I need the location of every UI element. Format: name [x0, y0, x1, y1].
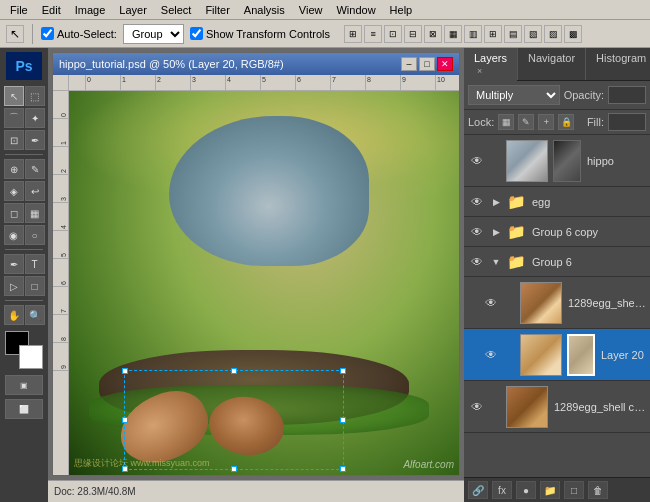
dist4-icon[interactable]: ▧ [524, 25, 542, 43]
path-select-tool[interactable]: ▷ [4, 276, 24, 296]
align-right-icon[interactable]: ⊡ [384, 25, 402, 43]
dist5-icon[interactable]: ▨ [544, 25, 562, 43]
canvas-area: hippo_tutorial.psd @ 50% (Layer 20, RGB/… [48, 48, 464, 502]
hand-tool[interactable]: ✋ [4, 305, 24, 325]
ruler-tick-v: 5 [53, 231, 68, 259]
menu-layer[interactable]: Layer [113, 2, 153, 18]
layer-item-egg[interactable]: 👁 ▶ 📁 egg [464, 187, 650, 217]
screen-mode-btn[interactable]: ⬜ [5, 399, 43, 419]
show-transform-checkbox[interactable]: Show Transform Controls [190, 27, 330, 40]
expand-layer20 [503, 348, 517, 362]
new-layer-btn[interactable]: □ [564, 481, 584, 499]
vertical-ruler: 0 1 2 3 4 5 6 7 8 9 [53, 91, 69, 475]
layer-item-layer20[interactable]: 👁 Layer 20 [464, 329, 650, 381]
dist2-icon[interactable]: ⊞ [484, 25, 502, 43]
zoom-tool[interactable]: 🔍 [25, 305, 45, 325]
crop-tool[interactable]: ⊡ [4, 130, 24, 150]
menu-help[interactable]: Help [384, 2, 419, 18]
move-tool[interactable]: ↖ [4, 86, 24, 106]
layer-item-group6copy[interactable]: 👁 ▶ 📁 Group 6 copy [464, 217, 650, 247]
color-swatch[interactable] [5, 331, 43, 369]
layer-item-group6[interactable]: 👁 ▼ 📁 Group 6 [464, 247, 650, 277]
menu-analysis[interactable]: Analysis [238, 2, 291, 18]
history-brush-tool[interactable]: ↩ [25, 181, 45, 201]
menu-image[interactable]: Image [69, 2, 112, 18]
dodge-tool[interactable]: ○ [25, 225, 45, 245]
layer-item-egg-shell[interactable]: 👁 1289egg_shell ... [464, 277, 650, 329]
distribute-icon[interactable]: ⊟ [404, 25, 422, 43]
clone-stamp-tool[interactable]: ◈ [4, 181, 24, 201]
visibility-eggshell[interactable]: 👁 [482, 294, 500, 312]
main-area: Ps ↖ ⬚ ⌒ ✦ ⊡ ✒ ⊕ ✎ ◈ ↩ ◻ ▦ ◉ ○ [0, 48, 650, 502]
eraser-tool[interactable]: ◻ [4, 203, 24, 223]
new-group-btn[interactable]: 📁 [540, 481, 560, 499]
background-color[interactable] [19, 345, 43, 369]
align-center-icon[interactable]: ≡ [364, 25, 382, 43]
ruler-tick-v: 8 [53, 315, 68, 343]
layers-tab-close[interactable]: × [477, 66, 482, 76]
shape-tool[interactable]: □ [25, 276, 45, 296]
visibility-group6[interactable]: 👁 [468, 253, 486, 271]
expand-group6copy[interactable]: ▶ [489, 225, 503, 239]
brush-tool[interactable]: ✎ [25, 159, 45, 179]
add-style-btn[interactable]: fx [492, 481, 512, 499]
align-middle-icon[interactable]: ▦ [444, 25, 462, 43]
close-btn[interactable]: ✕ [437, 57, 453, 71]
maximize-btn[interactable]: □ [419, 57, 435, 71]
canvas-image[interactable]: 思缘设计论坛 www.missyuan.com Alfoart.com [69, 91, 459, 475]
mask-layer20[interactable] [567, 334, 595, 376]
align-left-icon[interactable]: ⊞ [344, 25, 362, 43]
tab-histogram[interactable]: Histogram [586, 48, 650, 80]
lock-all-btn[interactable]: + [538, 114, 554, 130]
menu-filter[interactable]: Filter [199, 2, 235, 18]
visibility-group6copy[interactable]: 👁 [468, 223, 486, 241]
layer-item-eggshellcopy[interactable]: 👁 1289egg_shell copy [464, 381, 650, 433]
selection-tool[interactable]: ⬚ [25, 86, 45, 106]
menu-select[interactable]: Select [155, 2, 198, 18]
blend-mode-select[interactable]: Multiply [468, 85, 560, 105]
menu-file[interactable]: File [4, 2, 34, 18]
auto-select-dropdown[interactable]: Group [123, 24, 184, 44]
type-tool[interactable]: T [25, 254, 45, 274]
menu-window[interactable]: Window [330, 2, 381, 18]
ruler-tick-v: 7 [53, 287, 68, 315]
dist6-icon[interactable]: ▩ [564, 25, 582, 43]
spot-heal-tool[interactable]: ⊕ [4, 159, 24, 179]
dist3-icon[interactable]: ▤ [504, 25, 522, 43]
delete-layer-btn[interactable]: 🗑 [588, 481, 608, 499]
layer-item-hippo[interactable]: 👁 hippo [464, 135, 650, 187]
mask-hippo[interactable] [553, 140, 581, 182]
move-tool-icon[interactable]: ↖ [6, 25, 24, 43]
sel-handle-bm[interactable] [231, 466, 237, 472]
minimize-btn[interactable]: – [401, 57, 417, 71]
opacity-input[interactable]: 100% [608, 86, 646, 104]
quick-select-tool[interactable]: ✦ [25, 108, 45, 128]
gradient-tool[interactable]: ▦ [25, 203, 45, 223]
tab-layers[interactable]: Layers × [464, 48, 518, 80]
align-bottom-icon[interactable]: ▥ [464, 25, 482, 43]
lock-lock-btn[interactable]: 🔒 [558, 114, 574, 130]
add-mask-btn[interactable]: ● [516, 481, 536, 499]
auto-select-checkbox[interactable]: Auto-Select: [41, 27, 117, 40]
lasso-tool[interactable]: ⌒ [4, 108, 24, 128]
tab-navigator[interactable]: Navigator [518, 48, 586, 80]
visibility-egg[interactable]: 👁 [468, 193, 486, 211]
link-layers-btn[interactable]: 🔗 [468, 481, 488, 499]
fill-input[interactable]: 100% [608, 113, 646, 131]
visibility-layer20[interactable]: 👁 [482, 346, 500, 364]
pen-tool[interactable]: ✒ [4, 254, 24, 274]
expand-egg[interactable]: ▶ [489, 195, 503, 209]
lock-pixels-btn[interactable]: ▦ [498, 114, 514, 130]
eyedropper-tool[interactable]: ✒ [25, 130, 45, 150]
align-top-icon[interactable]: ⊠ [424, 25, 442, 43]
visibility-eggshellcopy[interactable]: 👁 [468, 398, 486, 416]
menu-edit[interactable]: Edit [36, 2, 67, 18]
visibility-hippo[interactable]: 👁 [468, 152, 486, 170]
sel-handle-br[interactable] [340, 466, 346, 472]
menu-view[interactable]: View [293, 2, 329, 18]
blur-tool[interactable]: ◉ [4, 225, 24, 245]
layer-name-eggshellcopy: 1289egg_shell copy [551, 401, 646, 413]
quick-mask-btn[interactable]: ▣ [5, 375, 43, 395]
lock-move-btn[interactable]: ✎ [518, 114, 534, 130]
expand-group6[interactable]: ▼ [489, 255, 503, 269]
